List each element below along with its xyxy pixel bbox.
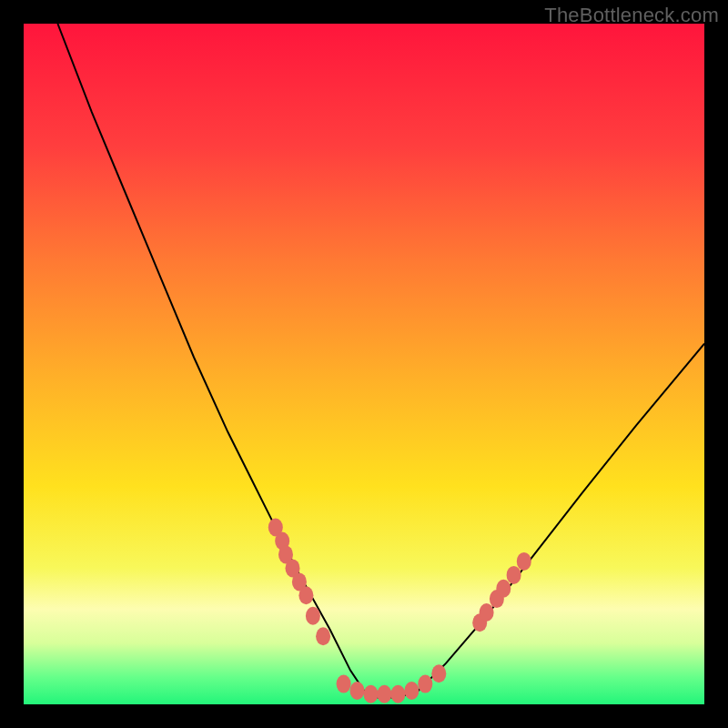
chart-area xyxy=(24,24,704,704)
marker-dot xyxy=(337,675,351,693)
marker-dot xyxy=(418,675,432,693)
marker-dot xyxy=(496,580,511,598)
marker-dot xyxy=(306,607,320,625)
marker-dot xyxy=(480,603,494,622)
marker-dot xyxy=(507,566,521,584)
marker-dot xyxy=(377,685,391,703)
marker-dot xyxy=(431,664,446,682)
marker-dot xyxy=(517,552,531,571)
marker-dot xyxy=(404,682,419,700)
marker-dot xyxy=(316,627,330,645)
curve-layer xyxy=(24,24,704,704)
bottleneck-curve xyxy=(57,24,704,698)
marker-dot xyxy=(364,685,379,703)
marker-dot xyxy=(298,586,313,604)
marker-dot xyxy=(390,685,405,703)
marker-group xyxy=(268,519,531,703)
watermark-text: TheBottleneck.com xyxy=(544,4,719,27)
marker-dot xyxy=(350,682,365,700)
